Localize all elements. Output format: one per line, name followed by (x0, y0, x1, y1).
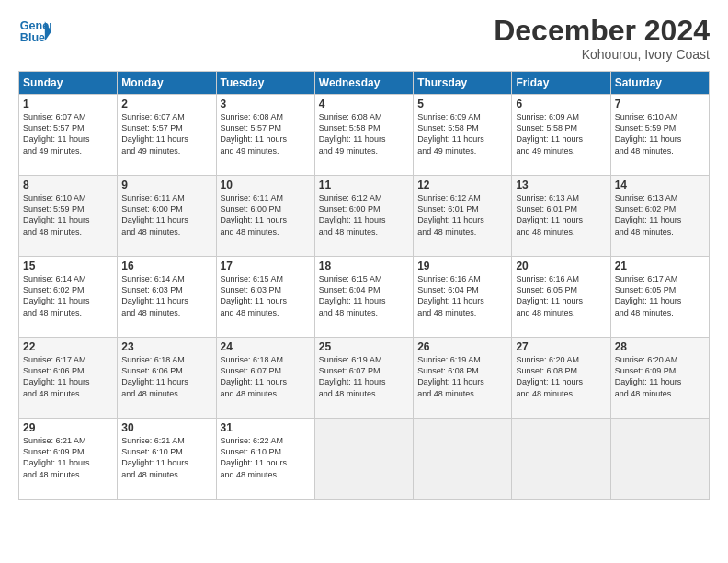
day-info: Sunrise: 6:15 AM Sunset: 6:03 PM Dayligh… (221, 273, 311, 318)
calendar-cell: 14Sunrise: 6:13 AM Sunset: 6:02 PM Dayli… (610, 176, 709, 257)
day-number: 30 (121, 421, 211, 434)
calendar-cell: 20Sunrise: 6:16 AM Sunset: 6:05 PM Dayli… (512, 257, 610, 338)
day-info: Sunrise: 6:13 AM Sunset: 6:02 PM Dayligh… (615, 192, 705, 237)
day-number: 20 (516, 259, 606, 272)
day-number: 24 (221, 340, 311, 353)
day-info: Sunrise: 6:15 AM Sunset: 6:04 PM Dayligh… (319, 273, 409, 318)
day-info: Sunrise: 6:21 AM Sunset: 6:10 PM Dayligh… (121, 435, 211, 480)
weekday-header-wednesday: Wednesday (314, 72, 413, 95)
day-number: 21 (615, 259, 705, 272)
calendar-cell: 16Sunrise: 6:14 AM Sunset: 6:03 PM Dayli… (118, 257, 216, 338)
calendar-cell: 5Sunrise: 6:09 AM Sunset: 5:58 PM Daylig… (414, 95, 512, 176)
day-info: Sunrise: 6:21 AM Sunset: 6:09 PM Dayligh… (23, 435, 113, 480)
calendar-cell: 3Sunrise: 6:08 AM Sunset: 5:57 PM Daylig… (216, 95, 314, 176)
day-info: Sunrise: 6:19 AM Sunset: 6:08 PM Dayligh… (417, 354, 507, 399)
month-title: December 2024 (494, 15, 710, 47)
day-info: Sunrise: 6:20 AM Sunset: 6:09 PM Dayligh… (615, 354, 705, 399)
calendar-cell (610, 419, 709, 500)
calendar-cell: 11Sunrise: 6:12 AM Sunset: 6:00 PM Dayli… (314, 176, 413, 257)
calendar-cell (314, 419, 413, 500)
calendar-cell: 10Sunrise: 6:11 AM Sunset: 6:00 PM Dayli… (216, 176, 314, 257)
day-info: Sunrise: 6:09 AM Sunset: 5:58 PM Dayligh… (417, 111, 507, 156)
calendar-cell: 9Sunrise: 6:11 AM Sunset: 6:00 PM Daylig… (118, 176, 216, 257)
calendar-cell: 28Sunrise: 6:20 AM Sunset: 6:09 PM Dayli… (610, 338, 709, 419)
day-info: Sunrise: 6:11 AM Sunset: 6:00 PM Dayligh… (121, 192, 211, 237)
calendar-cell: 6Sunrise: 6:09 AM Sunset: 5:58 PM Daylig… (512, 95, 610, 176)
day-info: Sunrise: 6:09 AM Sunset: 5:58 PM Dayligh… (516, 111, 606, 156)
header: General Blue December 2024 Kohourou, Ivo… (18, 15, 710, 62)
calendar-cell: 2Sunrise: 6:07 AM Sunset: 5:57 PM Daylig… (118, 95, 216, 176)
day-number: 12 (417, 178, 507, 191)
calendar-cell: 18Sunrise: 6:15 AM Sunset: 6:04 PM Dayli… (314, 257, 413, 338)
calendar-cell: 7Sunrise: 6:10 AM Sunset: 5:59 PM Daylig… (610, 95, 709, 176)
day-number: 29 (23, 421, 113, 434)
day-info: Sunrise: 6:14 AM Sunset: 6:03 PM Dayligh… (121, 273, 211, 318)
day-number: 5 (417, 98, 507, 110)
day-info: Sunrise: 6:17 AM Sunset: 6:06 PM Dayligh… (23, 354, 113, 399)
day-number: 15 (23, 259, 113, 272)
day-number: 25 (319, 340, 409, 353)
calendar-table: SundayMondayTuesdayWednesdayThursdayFrid… (18, 71, 710, 500)
day-number: 10 (221, 178, 311, 191)
day-info: Sunrise: 6:10 AM Sunset: 5:59 PM Dayligh… (23, 192, 113, 237)
day-number: 1 (23, 98, 113, 110)
day-number: 26 (417, 340, 507, 353)
day-info: Sunrise: 6:16 AM Sunset: 6:05 PM Dayligh… (516, 273, 606, 318)
weekday-header-friday: Friday (512, 72, 610, 95)
day-number: 22 (23, 340, 113, 353)
day-number: 13 (516, 178, 606, 191)
calendar-cell: 29Sunrise: 6:21 AM Sunset: 6:09 PM Dayli… (19, 419, 118, 500)
day-number: 19 (417, 259, 507, 272)
calendar-cell: 25Sunrise: 6:19 AM Sunset: 6:07 PM Dayli… (314, 338, 413, 419)
calendar-cell: 22Sunrise: 6:17 AM Sunset: 6:06 PM Dayli… (19, 338, 118, 419)
page: General Blue December 2024 Kohourou, Ivo… (0, 0, 728, 563)
calendar-cell: 21Sunrise: 6:17 AM Sunset: 6:05 PM Dayli… (610, 257, 709, 338)
day-number: 23 (121, 340, 211, 353)
day-info: Sunrise: 6:16 AM Sunset: 6:04 PM Dayligh… (417, 273, 507, 318)
day-number: 11 (319, 178, 409, 191)
calendar-cell: 4Sunrise: 6:08 AM Sunset: 5:58 PM Daylig… (314, 95, 413, 176)
title-block: December 2024 Kohourou, Ivory Coast (494, 15, 710, 62)
logo-icon: General Blue (18, 15, 51, 48)
calendar-cell: 17Sunrise: 6:15 AM Sunset: 6:03 PM Dayli… (216, 257, 314, 338)
calendar-cell (414, 419, 512, 500)
day-info: Sunrise: 6:17 AM Sunset: 6:05 PM Dayligh… (615, 273, 705, 318)
calendar-cell: 26Sunrise: 6:19 AM Sunset: 6:08 PM Dayli… (414, 338, 512, 419)
calendar-cell: 12Sunrise: 6:12 AM Sunset: 6:01 PM Dayli… (414, 176, 512, 257)
calendar-cell: 30Sunrise: 6:21 AM Sunset: 6:10 PM Dayli… (118, 419, 216, 500)
day-number: 7 (615, 98, 705, 110)
day-number: 4 (319, 98, 409, 110)
day-info: Sunrise: 6:12 AM Sunset: 6:01 PM Dayligh… (417, 192, 507, 237)
weekday-header-thursday: Thursday (414, 72, 512, 95)
day-number: 31 (221, 421, 311, 434)
day-info: Sunrise: 6:12 AM Sunset: 6:00 PM Dayligh… (319, 192, 409, 237)
day-number: 6 (516, 98, 606, 110)
calendar-cell: 8Sunrise: 6:10 AM Sunset: 5:59 PM Daylig… (19, 176, 118, 257)
day-info: Sunrise: 6:13 AM Sunset: 6:01 PM Dayligh… (516, 192, 606, 237)
weekday-header-tuesday: Tuesday (216, 72, 314, 95)
weekday-header-monday: Monday (118, 72, 216, 95)
location-subtitle: Kohourou, Ivory Coast (494, 47, 710, 62)
day-info: Sunrise: 6:07 AM Sunset: 5:57 PM Dayligh… (23, 111, 113, 156)
day-number: 16 (121, 259, 211, 272)
day-number: 9 (121, 178, 211, 191)
day-info: Sunrise: 6:18 AM Sunset: 6:06 PM Dayligh… (121, 354, 211, 399)
day-info: Sunrise: 6:10 AM Sunset: 5:59 PM Dayligh… (615, 111, 705, 156)
day-info: Sunrise: 6:22 AM Sunset: 6:10 PM Dayligh… (221, 435, 311, 480)
calendar-cell: 31Sunrise: 6:22 AM Sunset: 6:10 PM Dayli… (216, 419, 314, 500)
day-info: Sunrise: 6:07 AM Sunset: 5:57 PM Dayligh… (121, 111, 211, 156)
day-number: 2 (121, 98, 211, 110)
day-info: Sunrise: 6:14 AM Sunset: 6:02 PM Dayligh… (23, 273, 113, 318)
weekday-header-sunday: Sunday (19, 72, 118, 95)
day-number: 27 (516, 340, 606, 353)
logo: General Blue (18, 15, 51, 48)
day-info: Sunrise: 6:18 AM Sunset: 6:07 PM Dayligh… (221, 354, 311, 399)
calendar-cell: 27Sunrise: 6:20 AM Sunset: 6:08 PM Dayli… (512, 338, 610, 419)
calendar-cell: 19Sunrise: 6:16 AM Sunset: 6:04 PM Dayli… (414, 257, 512, 338)
svg-text:Blue: Blue (20, 31, 45, 44)
day-number: 28 (615, 340, 705, 353)
day-number: 14 (615, 178, 705, 191)
calendar-cell: 23Sunrise: 6:18 AM Sunset: 6:06 PM Dayli… (118, 338, 216, 419)
day-info: Sunrise: 6:19 AM Sunset: 6:07 PM Dayligh… (319, 354, 409, 399)
day-number: 8 (23, 178, 113, 191)
